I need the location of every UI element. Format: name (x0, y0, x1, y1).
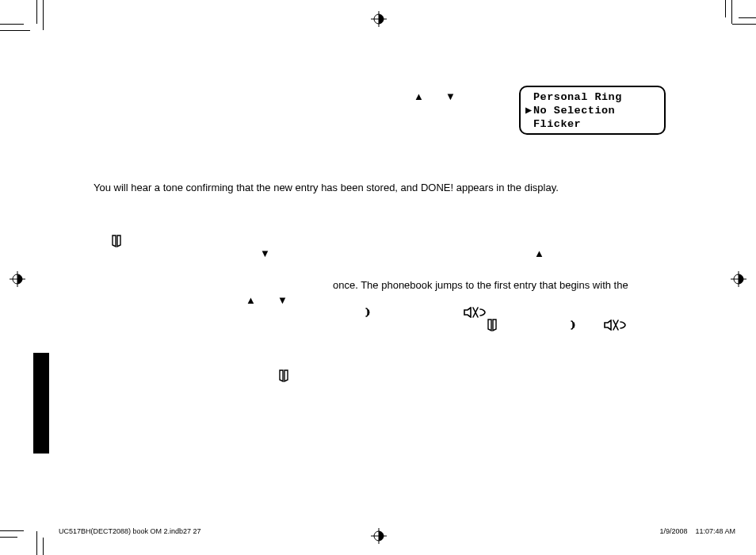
lcd-line1: Personal Ring (533, 91, 622, 103)
cursor-icon: ▶ (525, 104, 533, 117)
body-text-done: You will hear a tone confirming that the… (94, 182, 559, 193)
footer-date: 1/9/2008 (659, 527, 687, 535)
lcd-display: Personal Ring ▶No Selection Flicker (519, 86, 666, 135)
up-arrow-icon: ▲ (414, 91, 424, 101)
up-arrow-icon: ▲ (534, 248, 544, 258)
speaker-icon (604, 320, 628, 331)
body-text-phonebook-jump: once. The phonebook jumps to the first e… (333, 279, 628, 291)
phonebook-icon (111, 235, 122, 247)
down-arrow-icon: ▼ (260, 248, 270, 258)
down-arrow-icon: ▼ (445, 91, 456, 101)
footer-file: UC517BH(DECT2088) book OM 2.indb27 27 (59, 527, 201, 535)
footer-time: 11:07:48 AM (695, 527, 735, 535)
registration-mark-icon (371, 11, 387, 27)
phonebook-icon (487, 319, 498, 331)
side-tab (33, 353, 49, 454)
registration-mark-icon (10, 271, 25, 287)
up-arrow-icon: ▲ (246, 295, 256, 305)
registration-mark-icon (731, 271, 746, 287)
speaker-icon (464, 307, 487, 318)
lcd-line3: Flicker (533, 118, 581, 130)
talk-icon (362, 306, 372, 319)
talk-icon (567, 319, 577, 331)
footer: UC517BH(DECT2088) book OM 2.indb27 27 1/… (59, 527, 735, 535)
lcd-line2: No Selection (533, 105, 615, 117)
down-arrow-icon: ▼ (277, 295, 288, 305)
phonebook-icon (278, 369, 289, 382)
